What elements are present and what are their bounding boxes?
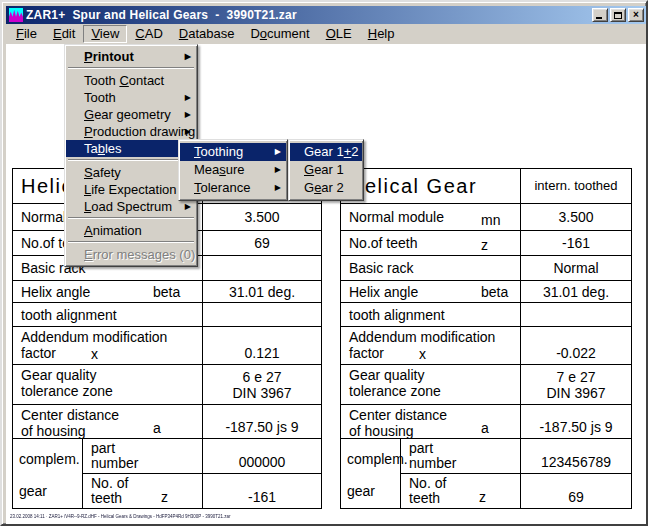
table-row: Basic rack Normal — [341, 255, 631, 280]
table-row: partnumber 123456789 — [401, 439, 631, 473]
window-title: ZAR1+ Spur and Helical Gears - 3990T21.z… — [26, 8, 297, 22]
submenu-arrow-icon: ▶ — [185, 106, 191, 123]
menu-item-printout[interactable]: Printout▶ — [66, 48, 196, 65]
table-row: No.of teethz -161 — [341, 230, 631, 255]
menu-item-production-drawing[interactable]: Production drawing▶ — [66, 123, 196, 140]
menu-item-error-messages: Error messages (0) — [66, 246, 196, 263]
menubar-edit[interactable]: Edit — [45, 25, 83, 43]
table-row: Normal modulemn 3.500 — [341, 203, 631, 230]
maximize-icon — [614, 12, 622, 19]
minimize-button[interactable] — [592, 8, 608, 22]
menubar-view[interactable]: View — [83, 25, 127, 43]
table-row: tooth alignment — [13, 302, 321, 326]
table-row: No. ofteethz 69 — [401, 473, 631, 508]
table-row: Gear qualitytolerance zone 7 e 27DIN 396… — [341, 364, 631, 404]
menu-item-gear-1[interactable]: Gear 1 — [290, 161, 362, 179]
menu-item-gear-geometry[interactable]: Gear geometry▶ — [66, 106, 196, 123]
table-row: Helix anglebeta 31.01 deg. — [341, 280, 631, 302]
table-row: No. ofteethz -161 — [83, 473, 321, 508]
menu-item-life-expectation[interactable]: Life Expectation — [66, 181, 196, 198]
menubar: File Edit View CAD Database Document OLE… — [6, 24, 646, 44]
menu-separator — [68, 217, 194, 219]
menubar-ole[interactable]: OLE — [318, 25, 360, 43]
submenu-arrow-icon: ▶ — [275, 179, 281, 197]
complementary-gear-block: complem. gear partnumber 123456789 No. o… — [341, 438, 631, 508]
menu-item-gear-1-2[interactable]: Gear 1+2 — [290, 143, 362, 161]
menu-separator — [68, 67, 194, 69]
menu-item-animation[interactable]: Animation — [66, 222, 196, 239]
submenu-arrow-icon: ▶ — [185, 123, 191, 140]
minimize-icon — [596, 17, 602, 19]
table-row: Center distanceof housinga -187.50 js 9 — [13, 404, 321, 438]
submenu-arrow-icon: ▶ — [275, 143, 281, 161]
submenu-arrow-icon: ▶ — [185, 48, 191, 65]
table-row: tooth alignment — [341, 302, 631, 326]
close-icon: × — [633, 10, 639, 20]
table-row: Center distanceof housinga -187.50 js 9 — [341, 404, 631, 438]
printout-footer-line: 23.02.2008 14:11 · ZAR1+ /V4R--9-RZ.dHF … — [10, 514, 330, 519]
menubar-database[interactable]: Database — [171, 25, 243, 43]
menu-item-measure[interactable]: Measure▶ — [180, 161, 286, 179]
submenu-arrow-icon: ▶ — [275, 161, 281, 179]
menubar-cad[interactable]: CAD — [127, 25, 170, 43]
menu-item-tooth[interactable]: Tooth▶ — [66, 89, 196, 106]
app-icon[interactable] — [9, 8, 23, 22]
menu-separator — [68, 159, 194, 161]
complementary-gear-block: complem. gear partnumber 000000 No. ofte… — [13, 438, 321, 508]
menubar-file[interactable]: File — [8, 25, 45, 43]
menu-item-gear-2[interactable]: Gear 2 — [290, 179, 362, 197]
maximize-button[interactable] — [610, 8, 626, 22]
gear2-subtitle: intern. toothed — [521, 169, 631, 203]
table-row: partnumber 000000 — [83, 439, 321, 473]
menu-item-tolerance[interactable]: Tolerance▶ — [180, 179, 286, 197]
gear2-table: Helical Gear intern. toothed Normal modu… — [340, 168, 632, 509]
menubar-help[interactable]: Help — [360, 25, 403, 43]
menu-item-load-spectrum[interactable]: Load Spectrum▶ — [66, 198, 196, 215]
submenu-arrow-icon: ▶ — [185, 89, 191, 106]
menubar-document[interactable]: Document — [242, 25, 317, 43]
gear2-title: Helical Gear — [341, 169, 521, 203]
menu-item-tooth-contact[interactable]: Tooth Contact — [66, 72, 196, 89]
titlebar[interactable]: ZAR1+ Spur and Helical Gears - 3990T21.z… — [6, 6, 646, 24]
gear2-header-row: Helical Gear intern. toothed — [341, 169, 631, 203]
menu-item-tables[interactable]: Tables▶ — [66, 140, 196, 157]
table-row: Helix anglebeta 31.01 deg. — [13, 280, 321, 302]
app-window: ZAR1+ Spur and Helical Gears - 3990T21.z… — [0, 0, 648, 526]
menu-separator — [68, 241, 194, 243]
table-row: Addendum modificationfactorx 0.121 — [13, 326, 321, 364]
menu-item-safety[interactable]: Safety — [66, 164, 196, 181]
table-row: Addendum modificationfactorx -0.022 — [341, 326, 631, 364]
close-button[interactable]: × — [628, 8, 644, 22]
tables-submenu: Toothing▶ Measure▶ Tolerance▶ — [178, 139, 288, 201]
menu-item-toothing[interactable]: Toothing▶ — [180, 143, 286, 161]
toothing-gear-submenu: Gear 1+2 Gear 1 Gear 2 — [288, 139, 364, 201]
table-row: Gear qualitytolerance zone 6 e 27DIN 396… — [13, 364, 321, 404]
